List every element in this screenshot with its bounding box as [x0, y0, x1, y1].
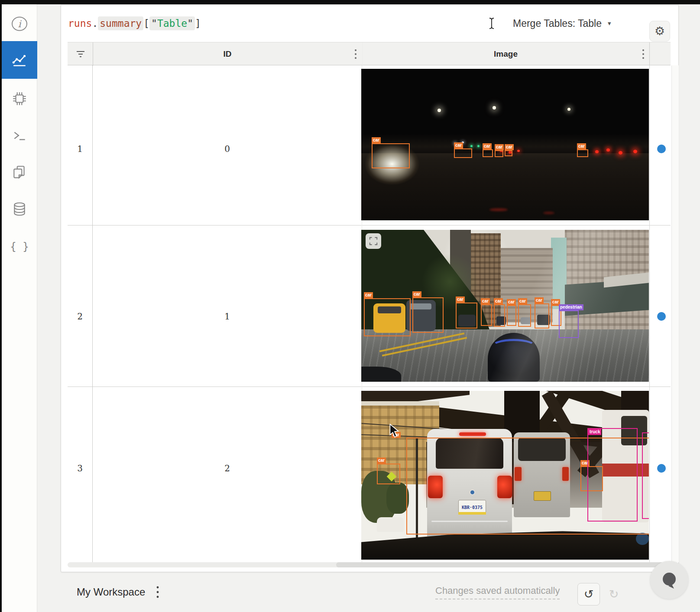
bbox-label: car: [372, 137, 381, 143]
caret-down-icon[interactable]: ▾: [608, 19, 611, 27]
bbox-car: [364, 298, 411, 336]
bbox-car: [494, 304, 505, 327]
sidebar: i: [2, 4, 37, 612]
row-indicator-dot: [657, 464, 666, 473]
bbox-truck-partial: [642, 432, 649, 519]
header-divider: [649, 42, 650, 66]
horizontal-scrollbar[interactable]: [68, 562, 671, 567]
row-indicator-dot: [657, 312, 666, 321]
expand-icon: [369, 236, 378, 246]
horizontal-scrollbar-thumb[interactable]: [336, 562, 671, 567]
bbox-car: [518, 304, 531, 327]
workspace-label: My Workspace: [77, 582, 145, 602]
bbox-car: [481, 304, 492, 326]
bbox-label: car: [494, 298, 503, 304]
image-cell-night-drive[interactable]: car car car car car car: [361, 69, 649, 220]
undo-button[interactable]: ↺: [577, 583, 600, 606]
id-cell[interactable]: 1: [93, 308, 362, 325]
screen: { "panel": { "expression": { "object": "…: [0, 0, 700, 612]
bbox-label: car: [505, 144, 514, 150]
gear-icon: ⚙: [655, 24, 665, 38]
bbox-label: car: [535, 297, 544, 303]
image-cell-city-street[interactable]: car car car car car car car car car pede…: [361, 230, 649, 382]
bbox-label: pedestrian: [559, 304, 583, 310]
undo-icon: ↺: [584, 587, 594, 601]
bbox-car: [454, 148, 472, 158]
workspace-menu-icon[interactable]: [152, 583, 163, 601]
bbox-label: car: [507, 299, 516, 305]
bbox-label: car: [483, 143, 492, 149]
expr-object: runs: [68, 18, 92, 29]
scene-greenery: [386, 483, 409, 514]
bbox-label: car: [377, 457, 386, 464]
chat-button[interactable]: [650, 561, 688, 599]
column-divider: [649, 65, 650, 562]
panel-settings-button[interactable]: ⚙: [649, 21, 670, 42]
info-glyph: i: [18, 19, 22, 29]
bbox-label: car: [364, 292, 373, 298]
mouse-cursor: [389, 424, 400, 438]
bbox-pedestrian: [559, 310, 579, 338]
street-light: [567, 108, 570, 111]
row-divider: [68, 387, 671, 387]
bbox-label: car: [456, 296, 465, 303]
bbox-car: [535, 303, 549, 329]
bbox-label: car: [577, 143, 586, 149]
row-number: 1: [68, 140, 92, 158]
expr-bracket-open: [: [143, 18, 149, 29]
bbox-car: [505, 150, 512, 156]
scene-bmw-brake-strip: [459, 432, 486, 436]
id-cell[interactable]: 2: [93, 460, 362, 477]
bbox-truck: [587, 428, 638, 522]
braces-glyph: { }: [11, 241, 28, 253]
chat-bubble-icon: [658, 569, 681, 591]
bbox-car: [456, 303, 477, 329]
cpu-icon[interactable]: [2, 87, 37, 111]
info-icon[interactable]: i: [2, 12, 37, 36]
street-light: [493, 106, 496, 110]
scene-roofline: [361, 401, 439, 406]
scene-white-car-small: [377, 517, 404, 532]
terminal-icon[interactable]: [2, 123, 37, 148]
database-icon[interactable]: [2, 197, 37, 221]
bbox-car: [372, 143, 410, 168]
sidebar-item-charts[interactable]: [2, 41, 37, 79]
top-black-bar: [0, 0, 700, 4]
bbox-car: [377, 464, 400, 484]
bbox-car: [507, 305, 516, 326]
row-divider: [68, 225, 671, 225]
panel-expression[interactable]: runs.summary["Table"]: [68, 5, 201, 42]
redo-button[interactable]: ↻: [603, 583, 625, 606]
id-column-menu-icon[interactable]: [353, 48, 358, 61]
bbox-label: car: [518, 298, 527, 304]
bbox-label: car: [481, 298, 490, 304]
street-light: [438, 109, 441, 112]
bbox-label: car: [412, 291, 421, 297]
column-header-image[interactable]: Image: [362, 42, 649, 66]
merge-tables-dropdown[interactable]: Merge Tables: Table: [513, 18, 602, 29]
chart-icon: [11, 52, 28, 68]
expand-image-button[interactable]: [366, 233, 381, 249]
expr-dot: .: [92, 18, 98, 29]
id-cell[interactable]: 0: [93, 140, 362, 158]
column-header-id[interactable]: ID: [93, 42, 362, 66]
expr-property: summary: [98, 16, 143, 30]
filter-icon[interactable]: [75, 49, 86, 61]
bbox-label: car: [454, 142, 463, 148]
table-header: ID Image: [68, 42, 671, 65]
bbox-car: [412, 297, 444, 333]
vertical-scrollbar[interactable]: [671, 65, 679, 562]
braces-icon[interactable]: { }: [2, 235, 37, 259]
expr-bracket-close: ]: [195, 18, 201, 29]
image-column-menu-icon[interactable]: [641, 48, 645, 61]
expr-quote-close: ": [187, 18, 193, 29]
row-number: 3: [68, 460, 92, 477]
scene-hood-glint: [636, 533, 649, 545]
redo-icon: ↻: [609, 587, 619, 601]
files-icon[interactable]: [2, 160, 37, 184]
bbox-label: truck: [588, 429, 601, 435]
bbox-car: [577, 149, 588, 157]
panel-header-controls: Merge Tables: Table ▾: [488, 5, 611, 42]
row-indicator-dot: [657, 145, 666, 153]
image-cell-bridge-traffic[interactable]: KBR·0375 car car car truck: [361, 391, 649, 560]
